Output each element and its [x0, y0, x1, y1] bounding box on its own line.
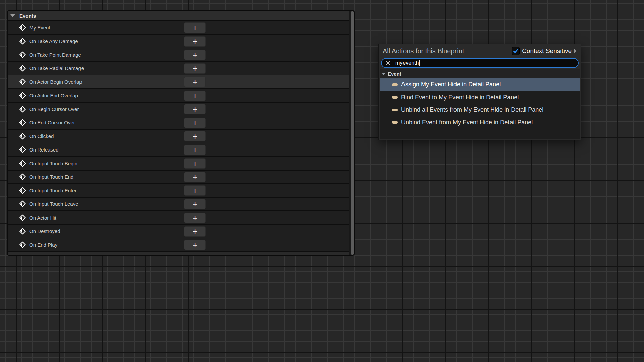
event-row-label: On Begin Cursor Over — [29, 106, 79, 112]
event-row[interactable]: On Actor Hit + — [8, 211, 349, 225]
triangle-right-icon[interactable] — [574, 49, 577, 53]
event-diamond-icon — [19, 160, 26, 167]
event-row[interactable]: On Input Touch End + — [8, 171, 349, 184]
event-row-label: On Input Touch Enter — [29, 188, 76, 193]
add-event-button[interactable]: + — [184, 172, 206, 182]
event-row-label: On Destroyed — [29, 228, 60, 234]
event-row-hovered[interactable]: On Actor Begin Overlap + — [8, 75, 349, 89]
events-section-header[interactable]: Events — [8, 11, 349, 21]
event-row-label: On Input Touch Begin — [29, 161, 77, 166]
category-row-event[interactable]: Event — [380, 69, 580, 78]
delegate-pill-icon — [392, 83, 398, 86]
add-event-button[interactable]: + — [184, 240, 206, 250]
add-event-button[interactable]: + — [184, 77, 206, 87]
delegate-pill-icon — [392, 109, 398, 111]
scrollbar-track[interactable] — [349, 11, 354, 255]
action-item[interactable]: Unbind all Events from My Event Hide in … — [380, 104, 580, 116]
text-caret — [419, 60, 420, 66]
event-row[interactable]: On Input Touch Begin + — [8, 157, 349, 171]
plus-icon: + — [192, 91, 197, 100]
plus-icon: + — [192, 186, 197, 195]
event-diamond-icon — [19, 106, 26, 113]
plus-icon: + — [192, 145, 197, 154]
event-row-label: On Released — [29, 147, 59, 153]
add-event-button[interactable]: + — [184, 104, 206, 114]
blueprint-actions-menu: All Actions for this Blueprint Context S… — [378, 44, 581, 140]
clear-x-icon[interactable] — [385, 60, 391, 66]
category-collapse-icon[interactable] — [382, 73, 386, 75]
column-divider[interactable] — [338, 21, 338, 252]
event-row[interactable]: On Take Point Damage + — [8, 48, 349, 62]
plus-icon: + — [192, 51, 197, 59]
category-label: Event — [388, 71, 401, 77]
action-item-label: Unbind all Events from My Event Hide in … — [401, 106, 543, 113]
event-row-label: On Input Touch End — [29, 174, 73, 180]
add-event-button[interactable]: + — [184, 145, 206, 155]
event-row-label: On End Cursor Over — [29, 120, 75, 125]
event-diamond-icon — [19, 133, 26, 140]
event-diamond-icon — [19, 146, 26, 153]
action-item[interactable]: Unbind Event from My Event Hide in Detai… — [380, 116, 580, 129]
add-event-button[interactable]: + — [184, 185, 206, 196]
action-item-label: Assign My Event Hide in Detail Panel — [401, 81, 501, 88]
context-sensitive-group: Context Sensitive — [512, 47, 577, 55]
checkmark-icon — [512, 48, 519, 54]
event-row-label: On Input Touch Leave — [29, 201, 78, 207]
event-diamond-icon — [19, 187, 26, 194]
event-row-label: On End Play — [29, 242, 57, 248]
plus-icon: + — [192, 173, 197, 181]
event-row[interactable]: On Destroyed + — [8, 225, 349, 239]
event-row[interactable]: On End Cursor Over + — [8, 116, 349, 130]
event-row[interactable]: On Input Touch Leave + — [8, 198, 349, 212]
add-event-button[interactable]: + — [184, 199, 206, 209]
event-diamond-icon — [19, 78, 26, 85]
event-row[interactable]: On Begin Cursor Over + — [8, 103, 349, 116]
plus-icon: + — [192, 159, 197, 168]
event-diamond-icon — [19, 200, 26, 207]
add-event-button[interactable]: + — [184, 226, 206, 237]
event-row-label: On Take Any Damage — [29, 38, 78, 44]
add-event-button[interactable]: + — [184, 90, 206, 101]
context-sensitive-checkbox[interactable] — [512, 47, 520, 55]
add-event-button[interactable]: + — [184, 50, 206, 60]
add-event-button[interactable]: + — [184, 158, 206, 169]
add-event-button[interactable]: + — [184, 22, 206, 33]
event-row[interactable]: On Actor End Overlap + — [8, 89, 349, 103]
action-item-selected[interactable]: Assign My Event Hide in Detail Panel — [380, 78, 580, 91]
plus-icon: + — [192, 105, 197, 114]
event-row[interactable]: On Clicked + — [8, 130, 349, 143]
event-row[interactable]: My Event + — [8, 21, 349, 35]
event-diamond-icon — [19, 214, 26, 221]
context-sensitive-label: Context Sensitive — [522, 47, 572, 55]
collapse-triangle-icon[interactable] — [10, 14, 15, 17]
event-diamond-icon — [19, 65, 26, 72]
add-event-button[interactable]: + — [184, 36, 206, 47]
event-row[interactable]: On Take Radial Damage + — [8, 62, 349, 76]
search-input[interactable]: myeventh — [381, 58, 579, 68]
plus-icon: + — [192, 241, 197, 249]
event-row-label: On Actor End Overlap — [29, 93, 78, 98]
event-row[interactable]: On Take Any Damage + — [8, 35, 349, 49]
add-event-button[interactable]: + — [184, 213, 206, 223]
events-section-title: Events — [19, 13, 36, 19]
add-event-button[interactable]: + — [184, 63, 206, 74]
event-diamond-icon — [19, 24, 26, 31]
add-event-button[interactable]: + — [184, 118, 206, 128]
plus-icon: + — [192, 64, 197, 73]
action-item[interactable]: Bind Event to My Event Hide in Detail Pa… — [380, 91, 580, 104]
event-row-label: On Actor Begin Overlap — [29, 79, 82, 85]
add-event-button[interactable]: + — [184, 131, 206, 141]
plus-icon: + — [192, 118, 197, 127]
delegate-pill-icon — [392, 96, 398, 99]
action-item-label: Unbind Event from My Event Hide in Detai… — [401, 119, 533, 126]
plus-icon: + — [192, 37, 197, 46]
event-row[interactable]: On End Play + — [8, 238, 349, 252]
event-row[interactable]: On Released + — [8, 143, 349, 157]
scrollbar-thumb[interactable] — [351, 11, 354, 255]
action-item-label: Bind Event to My Event Hide in Detail Pa… — [401, 94, 519, 101]
plus-icon: + — [192, 200, 197, 208]
event-diamond-icon — [19, 241, 26, 248]
event-diamond-icon — [19, 119, 26, 126]
event-row[interactable]: On Input Touch Enter + — [8, 184, 349, 198]
event-row-label: On Actor Hit — [29, 215, 56, 221]
